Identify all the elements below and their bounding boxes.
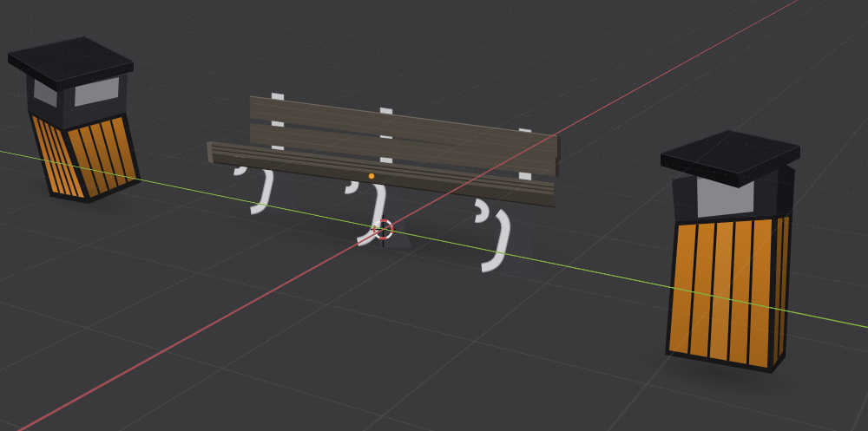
- viewport-3d[interactable]: [0, 0, 868, 431]
- object-origin-dot[interactable]: [368, 173, 374, 179]
- bench-slat1-endcap: [557, 136, 561, 160]
- bench-slat2-endcap: [556, 157, 559, 178]
- bench-seat-curl-right: [476, 202, 485, 219]
- scene-svg: [0, 0, 868, 431]
- trash-can-right[interactable]: [661, 130, 800, 374]
- trash-can-right-collar-side: [776, 160, 795, 215]
- park-bench[interactable]: [207, 93, 561, 275]
